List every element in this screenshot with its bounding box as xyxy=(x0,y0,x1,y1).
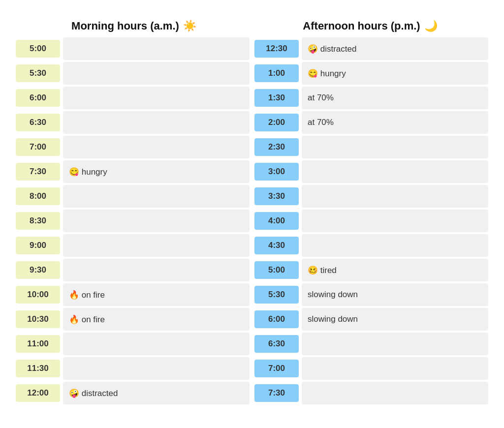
pm-row: 4:00. xyxy=(254,210,488,232)
pm-time-cell: 4:30 xyxy=(254,237,299,254)
pm-note-cell: . xyxy=(302,357,488,380)
pm-time-cell: 7:00 xyxy=(254,360,299,377)
pm-time-cell: 4:00 xyxy=(254,212,299,230)
am-time-cell: 11:00 xyxy=(16,335,60,353)
pm-time-cell: 5:00 xyxy=(254,261,299,279)
am-time-cell: 11:30 xyxy=(16,360,60,377)
pm-header: Afternoon hours (p.m.) 🌙 xyxy=(252,20,488,32)
am-time-cell: 6:00 xyxy=(16,89,60,107)
am-note-cell: . xyxy=(63,210,250,232)
column-headers: Morning hours (a.m.) ☀️ Afternoon hours … xyxy=(16,20,488,32)
am-row: 11:00. xyxy=(16,333,250,355)
am-row: 10:00🔥 on fire xyxy=(16,283,250,306)
pm-note-cell: at 70% xyxy=(302,87,488,109)
pm-row: 2:30. xyxy=(254,136,488,158)
pm-note-cell: 😋 hungry xyxy=(302,62,488,85)
am-row: 10:30🔥 on fire xyxy=(16,308,250,331)
pm-time-cell: 12:30 xyxy=(254,40,299,58)
am-row: 11:30. xyxy=(16,357,250,380)
am-row: 7:30😋 hungry xyxy=(16,160,250,183)
am-time-cell: 9:00 xyxy=(16,237,60,254)
pm-note-cell: . xyxy=(302,210,488,232)
am-note-cell: . xyxy=(63,111,250,134)
pm-row: 2:00at 70% xyxy=(254,111,488,134)
am-header-icon: ☀️ xyxy=(183,20,196,32)
am-header: Morning hours (a.m.) ☀️ xyxy=(16,20,252,32)
am-time-cell: 8:00 xyxy=(16,187,60,205)
pm-note-cell: 🤪 distracted xyxy=(302,37,488,60)
am-time-cell: 9:30 xyxy=(16,261,60,279)
pm-header-icon: 🌙 xyxy=(424,20,438,32)
am-row: 12:00🤪 distracted xyxy=(16,382,250,404)
am-row: 6:30. xyxy=(16,111,250,134)
main-container: Morning hours (a.m.) ☀️ Afternoon hours … xyxy=(11,10,493,414)
pm-time-cell: 2:30 xyxy=(254,138,299,156)
am-column: 5:00.5:30.6:00.6:30.7:00.7:30😋 hungry8:0… xyxy=(16,37,250,404)
pm-row: 6:30. xyxy=(254,333,488,355)
am-note-cell: . xyxy=(63,62,250,85)
am-note-cell: . xyxy=(63,234,250,257)
pm-row: 7:30. xyxy=(254,382,488,404)
am-row: 8:30. xyxy=(16,210,250,232)
pm-note-cell: . xyxy=(302,234,488,257)
pm-column: 12:30🤪 distracted1:00😋 hungry1:30at 70%2… xyxy=(254,37,488,404)
pm-note-cell: . xyxy=(302,185,488,208)
am-row: 7:00. xyxy=(16,136,250,158)
am-header-text: Morning hours (a.m.) xyxy=(71,20,179,32)
am-note-cell: 😋 hungry xyxy=(63,160,250,183)
am-row: 9:30. xyxy=(16,259,250,281)
am-note-cell: 🤪 distracted xyxy=(63,382,250,404)
am-row: 5:00. xyxy=(16,37,250,60)
pm-row: 4:30. xyxy=(254,234,488,257)
pm-row: 12:30🤪 distracted xyxy=(254,37,488,60)
pm-note-cell: at 70% xyxy=(302,111,488,134)
am-row: 6:00. xyxy=(16,87,250,109)
pm-time-cell: 2:00 xyxy=(254,114,299,131)
pm-note-cell: . xyxy=(302,136,488,158)
am-note-cell: 🔥 on fire xyxy=(63,283,250,306)
pm-time-cell: 1:30 xyxy=(254,89,299,107)
am-time-cell: 8:30 xyxy=(16,212,60,230)
pm-note-cell: . xyxy=(302,333,488,355)
pm-row: 3:30. xyxy=(254,185,488,208)
am-time-cell: 5:30 xyxy=(16,64,60,82)
am-row: 5:30. xyxy=(16,62,250,85)
schedule-grid: 5:00.5:30.6:00.6:30.7:00.7:30😋 hungry8:0… xyxy=(16,37,488,404)
am-time-cell: 10:30 xyxy=(16,310,60,328)
pm-note-cell: slowing down xyxy=(302,283,488,306)
pm-time-cell: 3:00 xyxy=(254,163,299,181)
pm-row: 1:00😋 hungry xyxy=(254,62,488,85)
pm-note-cell: 🥴 tired xyxy=(302,259,488,281)
am-time-cell: 6:30 xyxy=(16,114,60,131)
am-note-cell: 🔥 on fire xyxy=(63,308,250,331)
am-row: 8:00. xyxy=(16,185,250,208)
am-note-cell: . xyxy=(63,185,250,208)
pm-note-cell: slowing down xyxy=(302,308,488,331)
pm-note-cell: . xyxy=(302,382,488,404)
am-time-cell: 5:00 xyxy=(16,40,60,58)
pm-row: 7:00. xyxy=(254,357,488,380)
pm-row: 5:00🥴 tired xyxy=(254,259,488,281)
pm-time-cell: 6:00 xyxy=(254,310,299,328)
pm-time-cell: 1:00 xyxy=(254,64,299,82)
am-time-cell: 10:00 xyxy=(16,286,60,304)
am-time-cell: 7:00 xyxy=(16,138,60,156)
am-time-cell: 7:30 xyxy=(16,163,60,181)
am-note-cell: . xyxy=(63,357,250,380)
pm-row: 6:00slowing down xyxy=(254,308,488,331)
am-row: 9:00. xyxy=(16,234,250,257)
am-note-cell: . xyxy=(63,136,250,158)
pm-header-text: Afternoon hours (p.m.) xyxy=(303,20,420,32)
pm-row: 5:30slowing down xyxy=(254,283,488,306)
am-time-cell: 12:00 xyxy=(16,384,60,402)
pm-row: 3:00. xyxy=(254,160,488,183)
am-note-cell: . xyxy=(63,87,250,109)
am-note-cell: . xyxy=(63,333,250,355)
pm-time-cell: 3:30 xyxy=(254,187,299,205)
pm-row: 1:30at 70% xyxy=(254,87,488,109)
pm-time-cell: 7:30 xyxy=(254,384,299,402)
am-note-cell: . xyxy=(63,259,250,281)
pm-time-cell: 5:30 xyxy=(254,286,299,304)
pm-time-cell: 6:30 xyxy=(254,335,299,353)
pm-note-cell: . xyxy=(302,160,488,183)
